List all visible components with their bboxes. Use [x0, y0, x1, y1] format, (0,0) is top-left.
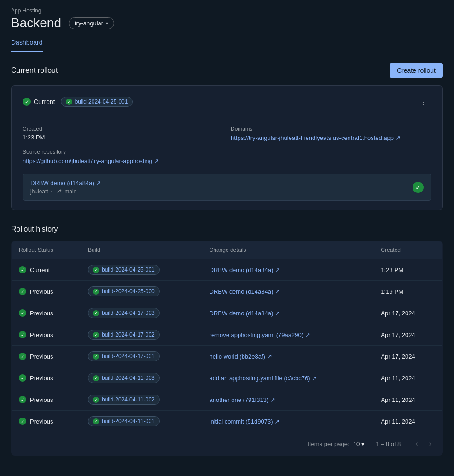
row-check-icon: ✓: [19, 418, 26, 425]
change-cell: DRBW demo (d14a84a) ↗: [202, 281, 374, 302]
rollout-history-title: Rollout history: [11, 225, 443, 233]
card-header: ✓ Current ✓ build-2024-04-25-001 ⋮: [23, 95, 431, 109]
build-row-check-icon: ✓: [93, 310, 99, 316]
row-status-label: Previous: [30, 418, 53, 425]
rollout-history-section: Rollout history Rollout Status Build Cha…: [11, 225, 443, 456]
created-section: Created 1:23 PM: [23, 126, 223, 141]
row-status-label: Previous: [30, 396, 53, 403]
row-check-icon: ✓: [19, 266, 26, 273]
build-row-check-icon: ✓: [93, 332, 99, 338]
build-row-check-icon: ✓: [93, 375, 99, 381]
create-rollout-button[interactable]: Create rollout: [390, 63, 443, 78]
build-cell: ✓build-2024-04-25-001: [81, 259, 202, 281]
source-repo-label: Source repository: [23, 149, 223, 155]
build-id: build-2024-04-25-001: [75, 99, 128, 105]
change-link[interactable]: DRBW demo (d14a84a) ↗: [210, 267, 280, 273]
commit-user: jhuleatt: [30, 188, 48, 195]
change-link[interactable]: initial commit (51d9073) ↗: [210, 418, 280, 425]
change-link[interactable]: another one (791f313) ↗: [210, 396, 275, 403]
current-label: Current: [34, 98, 55, 105]
table-row: ✓Previous✓build-2024-04-11-003add an app…: [12, 367, 443, 389]
commit-link[interactable]: DRBW demo (d14a84a) ↗: [30, 180, 101, 186]
row-check-icon: ✓: [19, 396, 26, 403]
change-cell: DRBW demo (d14a84a) ↗: [202, 259, 374, 281]
domains-link[interactable]: https://try-angular-jhuleatt-friendlyeat…: [231, 134, 401, 141]
row-check-icon: ✓: [19, 309, 26, 317]
dot-separator: •: [51, 189, 53, 194]
table-row: ✓Previous✓build-2024-04-11-001initial co…: [12, 411, 443, 432]
per-page-value: 10: [353, 441, 360, 447]
status-cell: ✓Previous: [12, 324, 81, 346]
col-change-details: Change details: [202, 241, 374, 259]
branch-icon: ⎇: [55, 188, 62, 195]
build-cell: ✓build-2024-04-25-000: [81, 281, 202, 302]
pagination: Items per page: 10 ▾ 1 – 8 of 8 ‹ ›: [12, 432, 442, 455]
build-label: build-2024-04-11-003: [102, 375, 155, 381]
build-label: build-2024-04-17-003: [102, 310, 155, 316]
row-status-label: Previous: [30, 331, 53, 338]
created-cell: Apr 17, 2024: [373, 324, 442, 346]
change-cell: remove apphosting.yaml (79aa290) ↗: [202, 324, 374, 346]
main-content: Current rollout Create rollout ✓ Current…: [0, 52, 454, 467]
build-label: build-2024-04-25-000: [102, 288, 155, 295]
chevron-down-icon: ▾: [106, 21, 108, 26]
build-cell: ✓build-2024-04-17-003: [81, 302, 202, 324]
created-cell: 1:19 PM: [373, 281, 442, 302]
table-row: ✓Current✓build-2024-04-25-001DRBW demo (…: [12, 259, 443, 281]
commit-branch: main: [64, 188, 76, 195]
row-check-icon: ✓: [19, 331, 26, 338]
table-row: ✓Previous✓build-2024-04-17-001hello worl…: [12, 346, 443, 367]
per-page-chevron: ▾: [361, 441, 365, 447]
change-link[interactable]: DRBW demo (d14a84a) ↗: [210, 310, 280, 317]
status-cell: ✓Previous: [12, 411, 81, 432]
row-check-icon: ✓: [19, 353, 26, 360]
branch-selector[interactable]: try-angular ▾: [69, 17, 114, 29]
current-rollout-card: ✓ Current ✓ build-2024-04-25-001 ⋮ Creat…: [11, 85, 443, 210]
more-options-button[interactable]: ⋮: [416, 95, 431, 109]
status-cell: ✓Previous: [12, 389, 81, 411]
table-row: ✓Previous✓build-2024-04-25-000DRBW demo …: [12, 281, 443, 302]
current-rollout-header: Current rollout Create rollout: [11, 63, 443, 78]
page-title: Backend: [11, 16, 61, 30]
created-cell: Apr 17, 2024: [373, 302, 442, 324]
col-created: Created: [373, 241, 442, 259]
change-cell: DRBW demo (d14a84a) ↗: [202, 302, 374, 324]
row-status-label: Previous: [30, 310, 53, 317]
commit-row: DRBW demo (d14a84a) ↗ jhuleatt • ⎇ main …: [23, 174, 431, 201]
change-cell: hello world (bb2e8af) ↗: [202, 346, 374, 367]
build-label: build-2024-04-11-001: [102, 418, 155, 424]
items-per-page-label: Items per page:: [308, 441, 349, 447]
current-status-badge: ✓ Current: [23, 98, 55, 106]
domains-label: Domains: [231, 126, 431, 132]
card-meta: Created 1:23 PM Domains https://try-angu…: [23, 126, 431, 164]
created-value: 1:23 PM: [23, 134, 223, 141]
change-link[interactable]: remove apphosting.yaml (79aa290) ↗: [210, 331, 310, 338]
per-page-select[interactable]: 10 ▾: [353, 441, 365, 447]
tab-dashboard[interactable]: Dashboard: [11, 34, 43, 52]
row-check-icon: ✓: [19, 288, 26, 295]
prev-page-button[interactable]: ‹: [412, 438, 421, 450]
created-cell: 1:23 PM: [373, 259, 442, 281]
row-status-label: Previous: [30, 288, 53, 295]
change-cell: initial commit (51d9073) ↗: [202, 411, 374, 432]
source-repo-link[interactable]: https://github.com/jhuleatt/try-angular-…: [23, 157, 159, 164]
build-row-check-icon: ✓: [93, 397, 99, 403]
row-check-icon: ✓: [19, 374, 26, 382]
branch-name: try-angular: [75, 20, 103, 27]
change-link[interactable]: hello world (bb2e8af) ↗: [210, 353, 272, 360]
change-cell: another one (791f313) ↗: [202, 389, 374, 411]
next-page-button[interactable]: ›: [425, 438, 435, 450]
row-status-label: Previous: [30, 375, 53, 382]
created-cell: Apr 11, 2024: [373, 411, 442, 432]
build-cell: ✓build-2024-04-17-001: [81, 346, 202, 367]
change-link[interactable]: DRBW demo (d14a84a) ↗: [210, 288, 280, 295]
build-check-icon: ✓: [66, 99, 72, 105]
change-link[interactable]: add an apphosting.yaml file (c3cbc76) ↗: [210, 375, 317, 382]
build-cell: ✓build-2024-04-11-002: [81, 389, 202, 411]
items-per-page: Items per page: 10 ▾: [308, 441, 365, 447]
commit-check-icon: ✓: [413, 182, 424, 193]
build-label: build-2024-04-11-002: [102, 396, 155, 403]
build-row-check-icon: ✓: [93, 267, 99, 273]
commit-info: DRBW demo (d14a84a) ↗ jhuleatt • ⎇ main: [30, 180, 101, 195]
green-check-icon: ✓: [23, 98, 31, 106]
